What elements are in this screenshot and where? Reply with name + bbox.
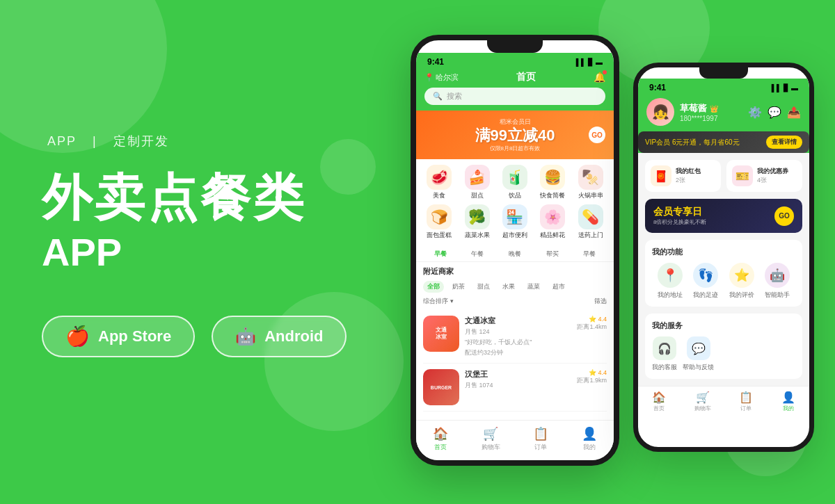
p2-nav-orders-label: 订单 bbox=[740, 405, 752, 412]
nav-orders-icon: 📋 bbox=[533, 426, 548, 441]
cat-xianhua[interactable]: 🌸 精品鲜花 bbox=[535, 204, 570, 240]
filter-chaoshi[interactable]: 超市 bbox=[548, 281, 569, 293]
restaurant-rating-2: ⭐ 4.4 bbox=[577, 369, 607, 376]
filter-label[interactable]: 筛选 bbox=[594, 297, 607, 306]
cat-kuaishi[interactable]: 🍔 快食简餐 bbox=[535, 165, 570, 200]
cat-yinpin-icon: 🧃 bbox=[502, 165, 527, 190]
member-day-banner[interactable]: 会员专享日 8倍积分兑换豪礼不断 GO bbox=[645, 199, 802, 233]
message-icon[interactable]: 💬 bbox=[768, 106, 781, 119]
p2-nav-mine-label: 我的 bbox=[783, 405, 794, 412]
cat-songyao[interactable]: 💊 送药上门 bbox=[573, 204, 608, 240]
meal-tab-zaochan[interactable]: 早餐 bbox=[434, 250, 447, 259]
restaurant-right-2: ⭐ 4.4 距离1.9km bbox=[577, 369, 607, 385]
search-placeholder: 搜索 bbox=[447, 91, 462, 101]
meal-tab-wucan[interactable]: 午餐 bbox=[471, 250, 484, 259]
phone2-header-icons: ⚙️ 💬 📤 bbox=[748, 106, 801, 119]
func-review[interactable]: ⭐ 我的评价 bbox=[729, 263, 754, 300]
nav-cart[interactable]: 🛒 购物车 bbox=[482, 426, 500, 452]
cat-chaoshi[interactable]: 🏪 超市便利 bbox=[498, 204, 532, 240]
service-feedback-icon: 💬 bbox=[687, 336, 710, 360]
cat-yinpin[interactable]: 🧃 饮品 bbox=[498, 165, 532, 200]
settings-icon[interactable]: ⚙️ bbox=[748, 106, 762, 119]
category-row-1: 🥩 美食 🍰 甜点 🧃 饮品 🍔 快食简餐 🍢 火锅串串 bbox=[420, 165, 610, 200]
meal-tab-bangmai[interactable]: 帮买 bbox=[546, 250, 559, 259]
cat-songyao-label: 送药上门 bbox=[578, 231, 603, 240]
search-icon: 🔍 bbox=[433, 92, 443, 101]
nav-home-icon: 🏠 bbox=[433, 426, 448, 441]
filter-naicha[interactable]: 奶茶 bbox=[448, 281, 469, 293]
p2-nav-home-icon: 🏠 bbox=[652, 391, 666, 404]
cat-chaoshi-icon: 🏪 bbox=[502, 204, 527, 229]
vip-button[interactable]: 查看详情 bbox=[766, 136, 802, 149]
cat-mianbao[interactable]: 🍞 面包蛋糕 bbox=[422, 204, 456, 240]
restaurant-logo-text-2: BURGER bbox=[431, 385, 452, 390]
subtitle-text: 定制开发 bbox=[113, 134, 169, 148]
promo-banner[interactable]: 稻米会员日 满99立减40 仅限8月8日超市有效 GO bbox=[416, 111, 614, 159]
battery-icon: ▬ bbox=[596, 58, 603, 66]
phone2-status-icons: ▌▌ ▊ ▬ bbox=[772, 84, 798, 92]
func-ai[interactable]: 🤖 智能助手 bbox=[765, 263, 790, 300]
member-day-title: 会员专享日 bbox=[653, 206, 706, 218]
cat-meishi[interactable]: 🥩 美食 bbox=[422, 165, 456, 200]
member-day-go-button[interactable]: GO bbox=[774, 206, 794, 226]
restaurant-logo-text-1: 文通冰室 bbox=[436, 327, 447, 340]
nav-cart-icon: 🛒 bbox=[483, 426, 498, 441]
nav-orders[interactable]: 📋 订单 bbox=[533, 426, 548, 452]
meal-tab-zaochan2[interactable]: 早餐 bbox=[583, 250, 596, 259]
filter-shucai[interactable]: 蔬菜 bbox=[523, 281, 544, 293]
cat-shucai-label: 蔬菜水果 bbox=[465, 231, 490, 240]
vip-banner[interactable]: VIP会员 6元开通，每月省60元 查看详情 bbox=[638, 131, 809, 153]
nav-mine[interactable]: 👤 我的 bbox=[582, 426, 597, 452]
cat-chaoshi-label: 超市便利 bbox=[502, 231, 527, 240]
banner-main-text: 满99立减40 bbox=[426, 128, 604, 143]
coupon-youhuiquan[interactable]: 🎫 我的优惠券 4张 bbox=[726, 160, 802, 192]
p2-nav-orders[interactable]: 📋 订单 bbox=[739, 391, 753, 412]
restaurant-card-2[interactable]: BURGER 汉堡王 月售 1074 ⭐ 4.4 距离1.9km bbox=[423, 364, 607, 412]
func-review-icon: ⭐ bbox=[729, 263, 754, 288]
app-store-button[interactable]: 🍎 App Store bbox=[42, 316, 195, 357]
cat-kuaishi-icon: 🍔 bbox=[540, 165, 565, 190]
share-icon[interactable]: 📤 bbox=[787, 106, 801, 119]
service-customer[interactable]: 🎧 我的客服 bbox=[652, 336, 677, 372]
search-bar[interactable]: 🔍 搜索 bbox=[424, 88, 605, 105]
sort-label[interactable]: 综合排序 ▾ bbox=[423, 297, 454, 306]
cat-shucai[interactable]: 🥦 蔬菜水果 bbox=[460, 204, 495, 240]
restaurant-card-1[interactable]: 文通冰室 文通冰室 月售 124 "好吃好吃，千饭人必点" 配送约32分钟 ⭐ … bbox=[423, 310, 607, 364]
cat-huoguo[interactable]: 🍢 火锅串串 bbox=[573, 165, 608, 200]
service-feedback[interactable]: 💬 帮助与反馈 bbox=[683, 336, 714, 372]
func-address[interactable]: 📍 我的地址 bbox=[658, 263, 683, 300]
functions-section: 我的功能 📍 我的地址 👣 我的足迹 ⭐ 我的评价 🤖 bbox=[645, 240, 802, 307]
p2-nav-mine[interactable]: 👤 我的 bbox=[781, 391, 795, 412]
location-text: 哈尔滨 bbox=[436, 72, 459, 83]
p2-nav-home[interactable]: 🏠 首页 bbox=[652, 391, 666, 412]
cat-xianhua-icon: 🌸 bbox=[540, 204, 565, 229]
filter-all[interactable]: 全部 bbox=[423, 281, 444, 293]
location-label[interactable]: 📍 哈尔滨 bbox=[424, 72, 459, 83]
restaurant-right-1: ⭐ 4.4 距离1.4km bbox=[577, 316, 607, 332]
p2-nav-cart[interactable]: 🛒 购物车 bbox=[694, 391, 711, 412]
phone-1: 9:41 ▌▌ ▊ ▬ 📍 哈尔滨 首页 🔔 🔍 bbox=[411, 35, 619, 466]
coupon-hongbao[interactable]: 🧧 我的红包 2张 bbox=[645, 160, 721, 192]
services-title: 我的服务 bbox=[652, 320, 795, 331]
coupon-hongbao-count: 2张 bbox=[676, 176, 701, 185]
nav-home[interactable]: 🏠 首页 bbox=[433, 426, 448, 452]
service-customer-label: 我的客服 bbox=[652, 363, 677, 372]
cat-mianbao-label: 面包蛋糕 bbox=[427, 231, 452, 240]
banner-go-button[interactable]: GO bbox=[589, 127, 605, 143]
coupon-youhuiquan-count: 4张 bbox=[757, 176, 788, 185]
notification-dot bbox=[603, 70, 607, 74]
android-button[interactable]: 🤖 Android bbox=[212, 316, 347, 357]
filter-tiandian[interactable]: 甜点 bbox=[473, 281, 494, 293]
func-history[interactable]: 👣 我的足迹 bbox=[693, 263, 718, 300]
filter-shuiguo[interactable]: 水果 bbox=[498, 281, 519, 293]
cat-mianbao-icon: 🍞 bbox=[427, 204, 452, 229]
p2-nav-home-label: 首页 bbox=[653, 405, 665, 412]
nearby-title: 附近商家 bbox=[423, 266, 607, 277]
notification-icon[interactable]: 🔔 bbox=[594, 72, 605, 83]
android-label: Android bbox=[264, 327, 323, 346]
nav-home-label: 首页 bbox=[434, 443, 447, 452]
service-feedback-label: 帮助与反馈 bbox=[683, 363, 714, 372]
meal-tab-wancan[interactable]: 晚餐 bbox=[509, 250, 521, 259]
phone1-status-icons: ▌▌ ▊ ▬ bbox=[576, 58, 603, 66]
cat-tiandian[interactable]: 🍰 甜点 bbox=[460, 165, 495, 200]
